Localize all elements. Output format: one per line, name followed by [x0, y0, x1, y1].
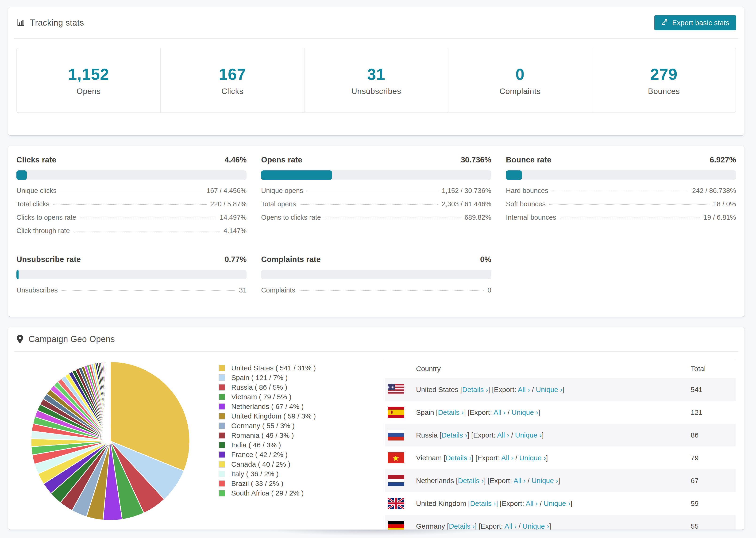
legend-swatch [219, 374, 225, 381]
export-unique-link[interactable]: Unique › [531, 477, 558, 484]
details-link[interactable]: Details › [462, 386, 488, 394]
rates-card: Clicks rate 4.46% Unique clicks167 / 4.4… [8, 146, 745, 317]
geo-table-row: Vietnam [Details ›] [Export: All › / Uni… [385, 447, 736, 469]
country-name: Russia [416, 431, 438, 439]
legend-label: Canada ( 40 / 2% ) [231, 460, 291, 468]
bounce-rate-bar [506, 170, 736, 180]
clicks-rate-value: 4.46% [225, 155, 247, 164]
clicks-rate-title: Clicks rate [17, 155, 56, 164]
rate-stat-row: Soft bounces18 / 0% [506, 200, 736, 214]
geo-table-row: Netherlands [Details ›] [Export: All › /… [385, 469, 736, 492]
legend-swatch [219, 422, 225, 429]
flag-nl-icon [388, 475, 404, 486]
tracking-stats-title-text: Tracking stats [30, 18, 84, 28]
export-unique-link[interactable]: Unique › [515, 431, 542, 439]
opens-rate-panel: Opens rate 30.736% Unique opens1,152 / 3… [261, 155, 491, 241]
legend-swatch [219, 365, 225, 371]
complaints-rate-value: 0% [480, 255, 491, 264]
legend-label: Italy ( 36 / 2% ) [231, 470, 279, 478]
country-cell: Spain [Details ›] [Export: All › / Uniqu… [416, 408, 691, 416]
clicks-rate-bar [17, 170, 246, 180]
rate-stat-row: Total clicks220 / 5.87% [17, 200, 246, 214]
legend-swatch [219, 413, 225, 419]
export-all-link[interactable]: All › [513, 477, 526, 484]
details-link[interactable]: Details › [446, 454, 471, 462]
legend-label: United Kingdom ( 59 / 3% ) [231, 412, 316, 420]
total-cell: 121 [691, 408, 736, 416]
total-cell: 67 [691, 477, 736, 485]
legend-item: Netherlands ( 67 / 4% ) [219, 402, 329, 411]
country-name: Vietnam [416, 454, 442, 462]
legend-label: Germany ( 55 / 3% ) [231, 422, 295, 430]
unsubscribe-rate-value: 0.77% [225, 255, 247, 264]
rate-stat-row: Unique clicks167 / 4.456% [17, 187, 246, 200]
export-all-link[interactable]: All › [501, 454, 513, 462]
stat-unsubscribes: 31 Unsubscribes [304, 48, 448, 112]
unsubscribe-rate-title: Unsubscribe rate [17, 255, 81, 264]
stat-unsubscribes-value: 31 [367, 65, 386, 83]
opens-rate-title: Opens rate [261, 155, 302, 164]
export-unique-link[interactable]: Unique › [519, 454, 546, 462]
stat-complaints: 0 Complaints [448, 48, 592, 112]
flag-es-icon [388, 407, 404, 418]
export-button-label: Export basic stats [672, 19, 729, 27]
total-cell: 59 [691, 500, 736, 508]
unsubscribe-rate-bar-fill [17, 270, 19, 279]
total-cell: 79 [691, 454, 736, 462]
legend-item: Italy ( 36 / 2% ) [219, 469, 329, 479]
legend-item: India ( 46 / 3% ) [219, 440, 329, 450]
details-link[interactable]: Details › [470, 500, 496, 507]
country-name: Netherlands [416, 477, 454, 484]
details-link[interactable]: Details › [441, 431, 467, 439]
export-all-link[interactable]: All › [518, 386, 530, 394]
legend-item: Vietnam ( 79 / 5% ) [219, 392, 329, 402]
export-all-link[interactable]: All › [526, 500, 538, 507]
export-unique-link[interactable]: Unique › [536, 386, 562, 394]
complaints-rate-panel: Complaints rate 0% Complaints0 [261, 255, 491, 300]
export-all-link[interactable]: All › [497, 431, 509, 439]
export-all-link[interactable]: All › [494, 408, 506, 416]
geo-table-row: Germany [Details ›] [Export: All › / Uni… [385, 515, 736, 529]
geo-table-row: Spain [Details ›] [Export: All › / Uniqu… [385, 401, 736, 424]
pie-slice[interactable] [110, 362, 110, 441]
export-unique-link[interactable]: Unique › [512, 408, 538, 416]
legend-swatch [219, 384, 225, 391]
stat-unsubscribes-label: Unsubscribes [351, 86, 401, 96]
rate-stat-row: Complaints0 [261, 286, 491, 300]
export-basic-stats-button[interactable]: Export basic stats [654, 15, 736, 30]
details-link[interactable]: Details › [449, 522, 475, 530]
export-all-link[interactable]: All › [505, 522, 517, 530]
tracking-stats-card: Tracking stats Export basic stats 1,152 … [8, 7, 745, 136]
flag-de-icon [388, 521, 404, 529]
stat-opens-label: Opens [77, 86, 101, 96]
country-cell: United States [Details ›] [Export: All ›… [416, 386, 691, 394]
legend-swatch [219, 442, 225, 448]
rate-stat-row: Total opens2,303 / 61.446% [261, 200, 491, 214]
geo-table-row: United Kingdom [Details ›] [Export: All … [385, 492, 736, 515]
opens-rate-bar-fill [261, 170, 332, 180]
export-unique-link[interactable]: Unique › [523, 522, 549, 530]
campaign-geo-opens-title: Campaign Geo Opens [17, 334, 115, 344]
legend-item: Germany ( 55 / 3% ) [219, 421, 329, 430]
stat-clicks: 167 Clicks [160, 48, 304, 112]
details-link[interactable]: Details › [458, 477, 484, 484]
rate-stat-row: Click through rate4.147% [17, 227, 246, 241]
details-link[interactable]: Details › [438, 408, 464, 416]
legend-swatch [219, 403, 225, 410]
flag-us-icon [388, 384, 404, 395]
legend-item: United States ( 541 / 31% ) [219, 363, 329, 373]
tracking-stats-title: Tracking stats [17, 18, 84, 28]
legend-item: South Africa ( 29 / 2% ) [219, 488, 329, 498]
legend-label: Vietnam ( 79 / 5% ) [231, 393, 291, 401]
clicks-rate-panel: Clicks rate 4.46% Unique clicks167 / 4.4… [17, 155, 246, 241]
legend-label: Russia ( 86 / 5% ) [231, 383, 287, 391]
legend-label: United States ( 541 / 31% ) [231, 364, 316, 372]
pie-legend: United States ( 541 / 31% )Spain ( 121 /… [219, 363, 329, 498]
export-unique-link[interactable]: Unique › [544, 500, 570, 507]
complaints-rate-title: Complaints rate [261, 255, 321, 264]
complaints-rate-bar [261, 270, 491, 279]
stats-summary-row: 1,152 Opens 167 Clicks 31 Unsubscribes 0… [17, 48, 736, 113]
stat-complaints-value: 0 [515, 65, 525, 83]
rate-stat-row: Hard bounces242 / 86.738% [506, 187, 736, 200]
legend-label: Spain ( 121 / 7% ) [231, 374, 288, 382]
